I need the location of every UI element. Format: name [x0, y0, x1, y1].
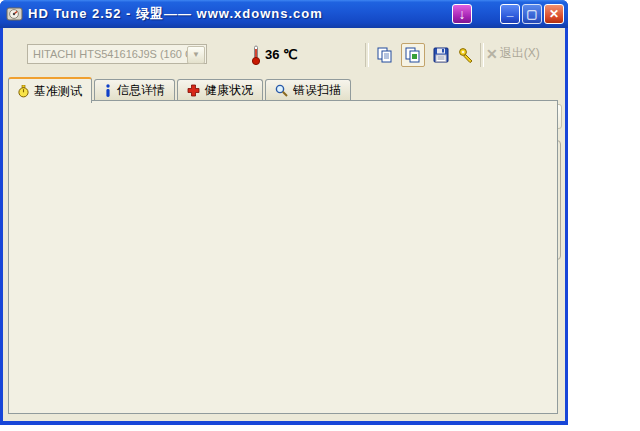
tab-health[interactable]: 健康状况 — [177, 79, 263, 101]
info-icon — [104, 84, 112, 97]
window-title: HD Tune 2.52 - 绿盟—— www.xdowns.com — [28, 5, 323, 23]
app-window: HD Tune 2.52 - 绿盟—— www.xdowns.com ↓ _ ▢… — [0, 0, 568, 425]
drive-select[interactable]: HITACHI HTS541616J9S (160 GB) ▼ — [27, 44, 207, 64]
exit-button[interactable]: ✕ 退出(X) — [486, 45, 540, 62]
screen: HD Tune 2.52 - 绿盟—— www.xdowns.com ↓ _ ▢… — [0, 0, 640, 431]
maximize-button[interactable]: ▢ — [522, 4, 542, 24]
save-icon[interactable] — [429, 43, 453, 67]
toolbar-separator — [365, 43, 369, 67]
options-icon[interactable] — [454, 43, 478, 67]
magnifier-icon — [275, 84, 288, 97]
toolbar-separator — [480, 43, 484, 67]
chevron-down-icon[interactable]: ▼ — [187, 46, 205, 64]
copy-image-icon[interactable] — [401, 43, 425, 67]
titlebar[interactable]: HD Tune 2.52 - 绿盟—— www.xdowns.com ↓ _ ▢… — [0, 0, 568, 28]
health-cross-icon — [187, 84, 200, 97]
benchmark-panel — [8, 100, 558, 414]
temperature-value: 36 ℃ — [265, 47, 298, 62]
drive-select-value: HITACHI HTS541616J9S (160 GB) — [33, 48, 205, 60]
thermometer-icon — [250, 44, 262, 66]
tab-info[interactable]: 信息详情 — [94, 79, 175, 101]
tabbar: 基准测试 信息详情 健康状况 — [8, 77, 353, 100]
client-area: HITACHI HTS541616J9S (160 GB) ▼ 36 ℃ — [3, 28, 565, 421]
tab-label: 健康状况 — [205, 82, 253, 99]
tab-error-scan[interactable]: 错误扫描 — [265, 79, 351, 101]
close-button[interactable]: ✕ — [544, 4, 564, 24]
tab-label: 错误扫描 — [293, 82, 341, 99]
exit-x-icon: ✕ — [486, 46, 498, 62]
copy-icon[interactable] — [373, 43, 397, 67]
download-button[interactable]: ↓ — [452, 4, 472, 24]
app-icon — [6, 5, 24, 23]
stopwatch-icon — [18, 85, 29, 98]
tab-label: 信息详情 — [117, 82, 165, 99]
tab-benchmark[interactable]: 基准测试 — [8, 77, 92, 103]
tab-label: 基准测试 — [34, 83, 82, 100]
exit-label: 退出(X) — [500, 45, 540, 62]
minimize-button[interactable]: _ — [500, 4, 520, 24]
